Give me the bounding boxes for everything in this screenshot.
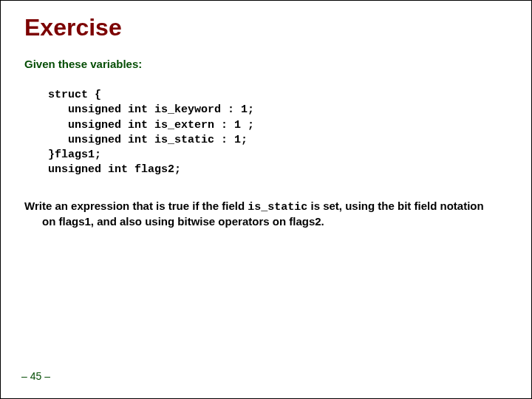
question-text: Write an expression that is true if the … — [24, 199, 497, 229]
code-block: struct { unsigned int is_keyword : 1; un… — [48, 88, 511, 178]
slide-title: Exercise — [24, 14, 511, 41]
question-inline-code: is_static — [248, 201, 307, 214]
question-part1: Write an expression that is true if the … — [24, 200, 248, 212]
intro-text: Given these variables: — [24, 58, 511, 70]
page-number: – 45 – — [21, 370, 50, 382]
